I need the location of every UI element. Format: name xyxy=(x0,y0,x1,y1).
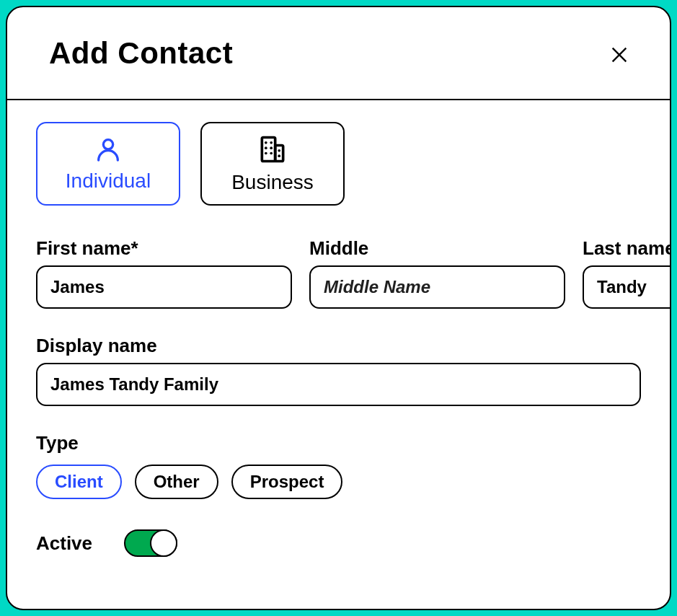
modal-title: Add Contact xyxy=(49,36,233,71)
tab-individual[interactable]: Individual xyxy=(36,122,180,206)
modal-body: Individual Business xyxy=(7,100,670,609)
last-name-input[interactable] xyxy=(583,265,671,309)
middle-name-field-group: Middle xyxy=(309,237,565,309)
middle-name-label: Middle xyxy=(309,237,565,260)
display-name-label: Display name xyxy=(36,335,641,357)
svg-point-0 xyxy=(103,140,112,149)
active-label: Active xyxy=(36,532,92,555)
contact-type-tabs: Individual Business xyxy=(36,122,641,206)
close-button[interactable] xyxy=(603,39,635,73)
middle-name-input[interactable] xyxy=(309,265,565,309)
name-fields-row: First name* Middle Last name* xyxy=(36,237,641,309)
display-name-field-group: Display name xyxy=(36,335,641,406)
last-name-field-group: Last name* xyxy=(583,237,671,309)
svg-rect-2 xyxy=(275,146,283,162)
tab-business[interactable]: Business xyxy=(200,122,345,206)
person-icon xyxy=(94,135,123,164)
first-name-input[interactable] xyxy=(36,265,292,309)
active-row: Active xyxy=(36,529,641,557)
modal-header: Add Contact xyxy=(7,7,670,100)
tab-individual-label: Individual xyxy=(66,170,151,193)
add-contact-modal: Add Contact Individual xyxy=(6,6,671,610)
last-name-label: Last name* xyxy=(583,237,671,260)
first-name-label: First name* xyxy=(36,237,292,260)
svg-rect-1 xyxy=(262,138,275,162)
type-chip-row: Client Other Prospect xyxy=(36,465,641,499)
display-name-input[interactable] xyxy=(36,363,641,406)
tab-business-label: Business xyxy=(231,171,314,194)
type-chip-prospect[interactable]: Prospect xyxy=(231,465,343,499)
active-toggle[interactable] xyxy=(124,529,177,557)
type-chip-other[interactable]: Other xyxy=(135,465,218,499)
type-label: Type xyxy=(36,432,641,454)
first-name-field-group: First name* xyxy=(36,237,292,309)
close-icon xyxy=(609,45,629,65)
type-chip-client[interactable]: Client xyxy=(36,465,122,499)
building-icon xyxy=(257,133,288,165)
type-section: Type Client Other Prospect xyxy=(36,432,641,499)
toggle-knob xyxy=(150,529,177,557)
